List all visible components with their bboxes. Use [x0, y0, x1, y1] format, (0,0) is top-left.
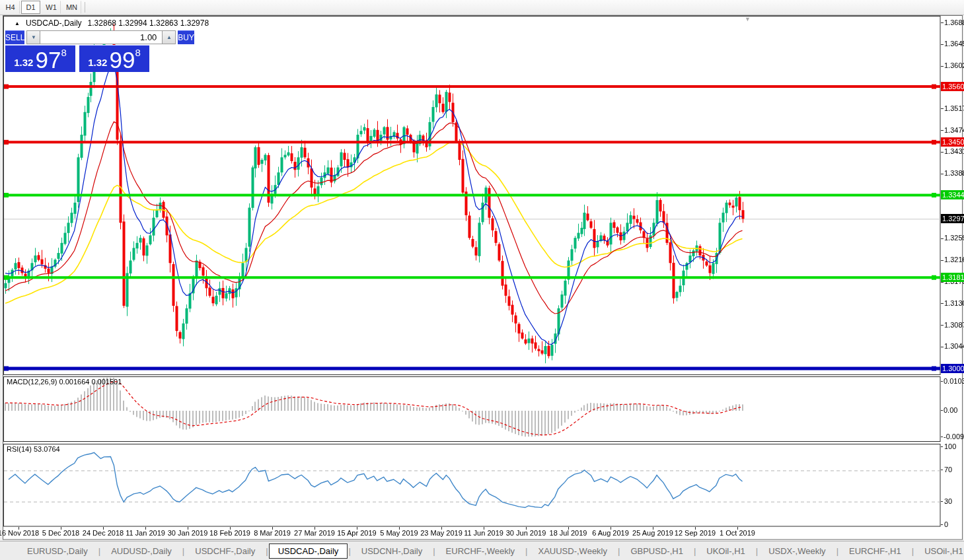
price-line-badge: 1.35606: [941, 82, 964, 91]
price-tick-label: 1.34740: [944, 126, 964, 134]
date-axis-label: 15 Apr 2019: [337, 529, 376, 537]
tab-xauusd-weekly[interactable]: XAUUSD-,Weekly: [529, 544, 618, 558]
macd-indicator-values: 0.001664 0.001501: [59, 378, 122, 386]
rsi-axis-label: 30: [944, 497, 952, 505]
one-click-trading-panel: SELL ▼ ▲ BUY 1.32 97 8 1.32 99 8: [5, 30, 149, 72]
chart-tabs-bar: EURUSD-,Daily|AUDUSD-,Daily|USDCHF-,Dail…: [0, 541, 964, 560]
date-axis-label: 5 Dec 2018: [42, 529, 79, 537]
price-tick-label: 1.36880: [944, 18, 964, 26]
timeframe-toolbar: H4D1W1MN: [0, 0, 964, 15]
date-axis-label: 24 Dec 2018: [83, 529, 124, 537]
rsi-indicator-label: RSI(14): [7, 445, 32, 453]
timeframe-button-d1[interactable]: D1: [21, 1, 40, 14]
price-line-badge: 1.31812: [941, 273, 964, 282]
macd-axis-label: -0.00920: [944, 433, 964, 440]
date-axis-label: 18 Feb 2019: [209, 529, 250, 537]
price-tick-label: 1.30870: [944, 321, 964, 329]
macd-axis-label: 0.00: [944, 406, 957, 414]
date-axis-label: 30 Jan 2019: [168, 529, 208, 537]
timeframe-button-mn[interactable]: MN: [62, 1, 81, 14]
sell-price-prefix: 1.32: [14, 57, 33, 68]
price-line-badge: 1.32978: [941, 214, 964, 223]
date-axis-label: 11 Jan 2019: [126, 529, 165, 537]
chart-header: ▲ USDCAD-,Daily 1.32868 1.32994 1.32863 …: [15, 18, 209, 28]
date-axis-label: 27 Mar 2019: [294, 529, 335, 537]
price-tick-label: 1.36020: [944, 61, 964, 69]
timeframe-button-h4[interactable]: H4: [1, 1, 20, 14]
tab-usdx-weekly[interactable]: USDX-,Weekly: [759, 544, 835, 558]
price-tick-label: 1.34310: [944, 147, 964, 155]
rsi-axis-label: 100: [944, 442, 956, 450]
tab-usdcnh-daily[interactable]: USDCNH-,Daily: [352, 544, 432, 558]
buy-price-pip: 8: [135, 47, 140, 58]
date-axis-label: 18 Jul 2019: [550, 529, 587, 537]
volume-input[interactable]: [40, 30, 162, 44]
tab-eurchf-weekly[interactable]: EURCHF-,Weekly: [436, 544, 525, 558]
price-line-badge: 1.33449: [941, 190, 964, 199]
volume-increase-icon[interactable]: ▲: [162, 30, 176, 44]
chart-symbol-title: USDCAD-,Daily: [26, 18, 82, 28]
chart-ohlc-values: 1.32868 1.32994 1.32863 1.32978: [88, 18, 209, 28]
macd-axis-label: 0.010311: [944, 377, 964, 385]
date-axis-label: 1 Oct 2019: [720, 529, 755, 537]
price-tick-label: 1.32160: [944, 256, 964, 263]
price-tick-label: 1.31300: [944, 299, 964, 307]
tab-ukoil-h1[interactable]: UKOil-,H1: [696, 544, 755, 558]
macd-indicator-label: MACD(12,26,9): [7, 378, 57, 386]
price-line-badge: 1.30004: [941, 364, 964, 373]
tab-eurchf-h1[interactable]: EURCHF-,H1: [839, 544, 911, 558]
date-axis-label: 12 Sep 2019: [675, 529, 716, 537]
timeframe-button-w1[interactable]: W1: [42, 1, 61, 14]
date-axis-label: 30 Jun 2019: [506, 529, 546, 537]
price-tick-label: 1.33880: [944, 169, 964, 177]
buy-price-display[interactable]: 1.32 99 8: [79, 45, 149, 72]
date-axis-label: 16 Nov 2018: [0, 529, 39, 537]
scroll-to-end-icon[interactable]: ▼: [745, 16, 751, 22]
toolbar-divider: [85, 2, 85, 13]
price-tick-label: 1.35170: [944, 104, 964, 112]
sell-price-display[interactable]: 1.32 97 8: [5, 45, 75, 72]
tab-usdchf-daily[interactable]: USDCHF-,Daily: [185, 544, 265, 558]
date-axis-label: 5 May 2019: [380, 529, 418, 537]
buy-price-prefix: 1.32: [88, 57, 107, 68]
chart-canvas[interactable]: [0, 0, 964, 560]
collapse-triangle-icon[interactable]: ▲: [15, 20, 20, 26]
terminal-window: H4D1W1MN ▲ USDCAD-,Daily 1.32868 1.32994…: [0, 0, 964, 560]
volume-decrease-icon[interactable]: ▼: [26, 30, 40, 44]
rsi-axis-label: 0: [944, 520, 948, 528]
date-axis-label: 6 Aug 2019: [592, 529, 629, 537]
price-line-badge: 1.34501: [941, 137, 964, 147]
buy-button[interactable]: BUY: [178, 30, 194, 44]
price-tick-label: 1.30440: [944, 342, 964, 350]
tab-audusd-daily[interactable]: AUDUSD-,Daily: [101, 544, 182, 558]
buy-price-big: 99: [109, 50, 135, 71]
price-tick-label: 1.32590: [944, 234, 964, 242]
macd-label-row: MACD(12,26,9) 0.001664 0.001501: [7, 378, 122, 386]
date-axis-label: 11 Jun 2019: [464, 529, 503, 537]
tab-gbpusd-h1[interactable]: GBPUSD-,H1: [620, 544, 692, 558]
date-axis-label: 25 Aug 2019: [632, 529, 673, 537]
tab-eurusd-daily[interactable]: EURUSD-,Daily: [17, 544, 98, 558]
sell-price-pip: 8: [61, 47, 66, 58]
volume-stepper: ▼ ▲: [26, 30, 176, 44]
date-axis-label: 23 May 2019: [420, 529, 463, 537]
rsi-indicator-value: 53.0764: [34, 445, 60, 453]
sell-price-big: 97: [35, 50, 61, 71]
rsi-axis-label: 70: [944, 466, 952, 473]
tab-usdcad-daily[interactable]: USDCAD-,Daily: [269, 543, 348, 559]
rsi-label-row: RSI(14) 53.0764: [7, 445, 60, 453]
tab-usoil-h1[interactable]: USOil-,H1: [914, 544, 964, 558]
price-tick-label: 1.36450: [944, 40, 964, 48]
date-axis-label: 8 Mar 2019: [254, 529, 291, 537]
sell-button[interactable]: SELL: [5, 30, 24, 44]
